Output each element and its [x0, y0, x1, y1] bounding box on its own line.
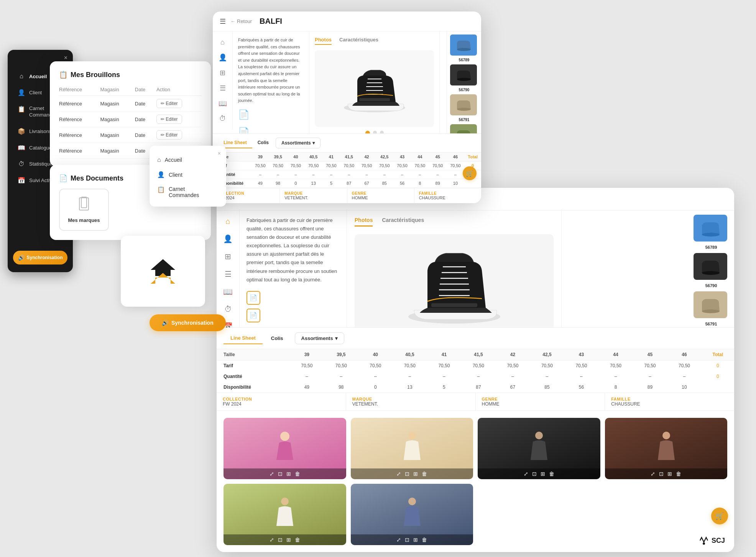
close-icon[interactable]: ×: [64, 54, 67, 61]
grid-icon[interactable]: ⊞: [541, 471, 545, 477]
mini-home-icon: ⌂: [157, 156, 161, 163]
scj-logo-icon: [698, 536, 709, 545]
mini-nav-client[interactable]: 👤 Client: [150, 167, 226, 182]
copy-icon[interactable]: ⊡: [659, 471, 664, 477]
sync-button-orange[interactable]: 🔊 Synchronisation: [150, 314, 226, 331]
lv-upload-icon-2[interactable]: 📄: [247, 309, 260, 322]
lv-grid-icon[interactable]: ⊞: [225, 252, 231, 261]
copy-icon[interactable]: ⊡: [405, 537, 409, 543]
tarif-row: Tarif 70,5070,50 70,5070,50 70,5070,50 7…: [213, 161, 481, 170]
lv-book-icon[interactable]: 📖: [223, 287, 233, 296]
delete-icon[interactable]: 🗑: [422, 471, 427, 477]
expand-icon[interactable]: ⤢: [396, 471, 401, 477]
thumb-label-56790: 56790: [450, 87, 478, 93]
grid-icon[interactable]: ⊞: [413, 537, 418, 543]
delete-icon[interactable]: 🗑: [295, 471, 300, 477]
lv-thumb-56790[interactable]: [694, 253, 727, 280]
edit-button[interactable]: ✏ Editer: [156, 115, 182, 124]
lv-nav-line-sheet[interactable]: Line Sheet: [224, 332, 263, 344]
tab-photos[interactable]: Photos: [315, 37, 332, 45]
documents-title-icon: 📄: [59, 174, 67, 182]
tablet-back-button[interactable]: ← Retour: [230, 18, 252, 24]
nav-colis[interactable]: Colis: [252, 138, 274, 148]
lv-thumb-56791[interactable]: [694, 291, 727, 318]
lv-shoe-image: [397, 242, 512, 326]
clock-tab-icon[interactable]: ⏱: [219, 115, 226, 123]
svg-point-25: [702, 309, 720, 313]
lv-quantite-row: Quantité –– –– –– –– –– –– 0: [217, 371, 734, 382]
expand-icon[interactable]: ⤢: [270, 537, 274, 543]
photo-figure-dark: [528, 429, 549, 468]
photo-figure-beige: [401, 429, 422, 468]
expand-icon[interactable]: ⤢: [651, 471, 655, 477]
mini-nav-accueil[interactable]: ⌂ Accueil: [150, 153, 226, 167]
svg-point-27: [280, 432, 289, 441]
scj-logo: SCJ: [698, 536, 725, 545]
svg-rect-10: [359, 98, 390, 101]
row-action[interactable]: ✏ Editer: [156, 96, 202, 112]
photo-overlay-brown: ⤢ ⊡ ⊞ 🗑: [605, 468, 728, 479]
lv-thumb-56789[interactable]: [694, 215, 727, 242]
expand-icon[interactable]: ⤢: [524, 471, 528, 477]
genre-label: GENRE: [352, 191, 409, 196]
lv-align-icon[interactable]: ☰: [225, 269, 232, 279]
product-table: Taille 39 39,5 40 40,5 41 41,5 42 42,5 4…: [213, 153, 481, 188]
lv-tabs: Photos Caractéristiques: [355, 217, 554, 227]
row-reference: Référence: [59, 127, 100, 143]
tab-caracteristiques[interactable]: Caractéristiques: [339, 37, 378, 45]
delete-icon[interactable]: 🗑: [295, 537, 300, 543]
grid-icon[interactable]: ⊞: [286, 537, 291, 543]
delete-icon[interactable]: 🗑: [422, 537, 427, 543]
sync-label-dark: Synchronisation: [27, 255, 63, 260]
mini-nav-carnet-commandes[interactable]: 📋 CarnetCommandes: [150, 182, 226, 202]
delete-icon[interactable]: 🗑: [549, 471, 554, 477]
lv-nav-assortiments[interactable]: Assortiments ▾: [295, 332, 344, 344]
thumb-56791[interactable]: [450, 94, 477, 115]
copy-icon[interactable]: ⊡: [405, 471, 409, 477]
thumb-56790[interactable]: [450, 64, 477, 85]
thumb-56789[interactable]: [450, 35, 477, 56]
lv-tab-caracteristiques[interactable]: Caractéristiques: [382, 217, 424, 227]
edit-button[interactable]: ✏ Editer: [156, 130, 182, 140]
copy-icon[interactable]: ⊡: [532, 471, 537, 477]
row-magasin: Magasin: [100, 96, 135, 112]
back-label: Retour: [237, 18, 252, 24]
doc-card-icon: [76, 196, 92, 214]
book-tab-icon[interactable]: 📖: [219, 99, 227, 108]
upload-icon-1[interactable]: 📄: [238, 107, 304, 122]
lv-user-icon[interactable]: 👤: [223, 234, 233, 243]
size-42: 42: [358, 153, 375, 161]
lv-upload-icon-1[interactable]: 📄: [247, 291, 260, 305]
lv-clock-icon[interactable]: ⏱: [224, 305, 232, 314]
tablet-menu-icon[interactable]: ☰: [220, 17, 226, 26]
mini-nav-close-icon[interactable]: ×: [218, 150, 221, 156]
lv-nav-colis[interactable]: Colis: [264, 333, 290, 344]
lv-home-icon[interactable]: ⌂: [225, 217, 230, 226]
tablet-frame: ☰ ← Retour BALFI ⌂ 👤 ⊞ ☰ 📖 ⏱ Fabriquées …: [213, 12, 481, 203]
home-tab-icon[interactable]: ⌂: [220, 38, 225, 46]
sync-button-dark[interactable]: 🔊 Synchronisation: [13, 251, 67, 265]
expand-icon[interactable]: ⤢: [396, 537, 401, 543]
row-action[interactable]: ✏ Editer: [156, 127, 202, 143]
grid-icon[interactable]: ⊞: [413, 471, 418, 477]
mes-marques-card[interactable]: Mes marques: [59, 189, 109, 231]
list-tab-icon[interactable]: ☰: [220, 84, 226, 92]
edit-button[interactable]: ✏ Editer: [156, 99, 182, 108]
tablet-photo-section: Photos Caractéristiques: [309, 31, 440, 141]
copy-icon[interactable]: ⊡: [278, 537, 283, 543]
copy-tab-icon[interactable]: ⊞: [220, 69, 225, 77]
grid-icon[interactable]: ⊞: [286, 471, 291, 477]
delete-icon[interactable]: 🗑: [676, 471, 681, 477]
user-tab-icon[interactable]: 👤: [219, 53, 227, 62]
expand-icon[interactable]: ⤢: [270, 471, 274, 477]
svg-point-11: [457, 48, 471, 51]
cart-button[interactable]: 🛒: [463, 166, 477, 180]
row-action[interactable]: ✏ Editer: [156, 112, 202, 127]
photo-item-field: ⤢ ⊡ ⊞ 🗑: [224, 484, 346, 545]
lv-tab-photos[interactable]: Photos: [355, 217, 373, 227]
grid-icon[interactable]: ⊞: [667, 471, 672, 477]
photo-figure-brown: [656, 429, 677, 468]
nav-assortiments-dropdown[interactable]: Assortiments ▾: [276, 138, 320, 148]
lv-cart-button[interactable]: 🛒: [711, 508, 728, 524]
copy-icon[interactable]: ⊡: [278, 471, 283, 477]
